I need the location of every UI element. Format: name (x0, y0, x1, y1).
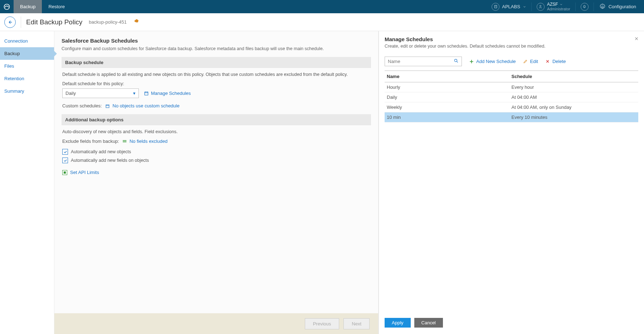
checkbox-auto-add-objects[interactable] (62, 149, 68, 155)
svg-rect-4 (145, 92, 148, 95)
search-icon (454, 58, 459, 64)
org-selector[interactable]: APLABS (487, 0, 531, 13)
close-panel-button[interactable] (634, 36, 639, 42)
set-api-limits-link[interactable]: Set API Limits (70, 170, 99, 175)
svg-point-3 (601, 6, 603, 8)
selected-schedule-value: Daily (65, 91, 76, 96)
sidebar-item-backup[interactable]: Backup (0, 47, 54, 60)
manage-schedules-panel: Manage Schedules Create, edit or delete … (379, 31, 644, 334)
schedule-note: Default schedule is applied to all exist… (62, 72, 370, 78)
svg-rect-11 (126, 141, 127, 142)
salesforce-icon (134, 19, 140, 25)
checkbox-label-objects: Automatically add new objects (71, 149, 131, 154)
svg-rect-1 (494, 5, 497, 8)
grid-icon (122, 140, 127, 144)
apply-button[interactable]: Apply (385, 318, 411, 328)
gear-icon (599, 3, 606, 10)
wizard-footer: Previous Next (0, 313, 378, 334)
custom-schedules-label: Custom schedules: (62, 103, 102, 108)
exclude-fields-link[interactable]: No fields excluded (130, 139, 167, 144)
table-row[interactable]: Hourly Every hour (385, 82, 638, 92)
sidebar-item-files[interactable]: Files (0, 60, 54, 72)
custom-schedules-link[interactable]: No objects use custom schedule (113, 103, 180, 108)
schedule-search-input[interactable] (388, 59, 454, 64)
edit-schedule-button[interactable]: Edit (523, 59, 538, 64)
delete-schedule-button[interactable]: Delete (545, 59, 566, 64)
tab-restore[interactable]: Restore (42, 0, 71, 13)
api-limit-icon (62, 170, 67, 175)
sidebar-item-retention[interactable]: Retention (0, 72, 54, 85)
svg-rect-7 (124, 140, 125, 141)
table-row[interactable]: Weekly At 04:00 AM, only on Sunday (385, 102, 638, 112)
svg-rect-9 (123, 141, 124, 142)
wizard-sidebar: Connection Backup Files Retention Summar… (0, 31, 54, 334)
main-content: Salesforce Backup Schedules Configure ma… (54, 31, 379, 334)
user-icon (537, 3, 545, 11)
next-button[interactable]: Next (343, 318, 370, 329)
pencil-icon (523, 59, 528, 64)
top-bar: Backup Restore APLABS AZSF Administrator… (0, 0, 644, 13)
page-title: Edit Backup Policy (26, 18, 82, 26)
default-schedule-label: Default schedule for this policy: (62, 81, 370, 86)
checkbox-auto-add-fields[interactable] (62, 158, 68, 163)
svg-point-12 (454, 59, 457, 62)
section-heading: Salesforce Backup Schedules (62, 38, 371, 44)
tab-backup[interactable]: Backup (14, 0, 42, 13)
table-row[interactable]: Daily At 04:00 AM (385, 92, 638, 102)
sidebar-item-summary[interactable]: Summary (0, 85, 54, 97)
schedule-search[interactable] (385, 57, 462, 66)
app-logo (0, 0, 14, 13)
panel-title: Manage Schedules (385, 36, 638, 42)
title-bar: Edit Backup Policy backup-policy-451 (0, 13, 644, 31)
user-menu[interactable]: AZSF Administrator (532, 0, 575, 13)
calendar-manage-icon (144, 91, 149, 96)
panel-description: Create, edit or delete your own schedule… (385, 44, 638, 49)
table-row[interactable]: 10 min Every 10 minutes (385, 112, 638, 122)
close-icon (634, 36, 639, 41)
svg-rect-10 (124, 141, 125, 142)
manage-schedules-link[interactable]: Manage Schedules (144, 91, 191, 96)
back-button[interactable] (4, 16, 16, 28)
svg-rect-6 (123, 140, 124, 141)
user-name: AZSF (547, 2, 558, 7)
calendar-icon (105, 104, 110, 108)
exclude-fields-label: Exclude fields from backup: (62, 139, 119, 144)
sidebar-item-connection[interactable]: Connection (0, 35, 54, 47)
svg-rect-8 (126, 140, 127, 141)
col-header-schedule[interactable]: Schedule (512, 74, 636, 79)
bell-icon (581, 3, 589, 11)
default-schedule-select[interactable]: Daily ▾ (62, 88, 139, 98)
plus-icon (469, 59, 474, 64)
user-role: Administrator (547, 7, 570, 11)
x-icon (545, 59, 550, 64)
configuration-link[interactable]: Configuration (595, 0, 640, 13)
chevron-down-icon: ▾ (133, 91, 136, 96)
policy-name: backup-policy-451 (89, 19, 127, 25)
col-header-name[interactable]: Name (387, 74, 512, 79)
cancel-button[interactable]: Cancel (414, 318, 443, 328)
additional-note: Auto-discovery of new objects and fields… (62, 129, 370, 135)
chevron-down-icon (560, 3, 563, 6)
notifications-button[interactable] (576, 0, 593, 13)
checkbox-label-fields: Automatically add new fields on objects (71, 158, 149, 163)
schedules-table: Name Schedule Hourly Every hour Daily At… (385, 71, 638, 122)
additional-options-header: Additional backup options (62, 114, 371, 125)
previous-button[interactable]: Previous (305, 318, 340, 329)
svg-point-0 (4, 4, 10, 9)
section-description: Configure main and custom schedules for … (62, 46, 371, 52)
add-schedule-button[interactable]: Add New Schedule (469, 59, 516, 64)
org-name: APLABS (502, 4, 520, 9)
svg-point-2 (540, 5, 541, 7)
chevron-down-icon (523, 5, 526, 9)
configuration-label: Configuration (609, 4, 636, 9)
svg-rect-5 (106, 105, 109, 108)
building-icon (492, 3, 499, 11)
backup-schedule-header: Backup schedule (62, 57, 371, 68)
